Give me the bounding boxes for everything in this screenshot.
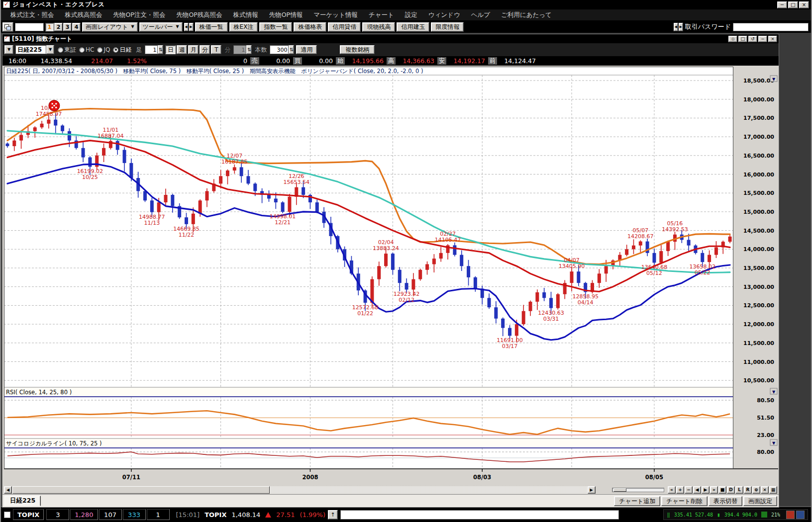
chart-nav-button-0[interactable]: « [668, 486, 676, 494]
menu-item-設定[interactable]: 設定 [400, 11, 423, 19]
tray-red-icon[interactable] [786, 511, 795, 519]
expand-up-button[interactable]: ↑ [328, 510, 338, 520]
chart-nav-button-11[interactable]: × [761, 486, 769, 494]
chart-nav-button-5[interactable]: » [710, 486, 718, 494]
close-button[interactable]: × [768, 36, 777, 42]
chart-nav-button-3[interactable]: ◀ [693, 486, 701, 494]
minute-stepper[interactable]: 1 ⇅ [233, 45, 252, 54]
tray-green-icon[interactable] [761, 512, 767, 518]
refresh-button[interactable]: ↺ [748, 36, 757, 42]
layout-preset-3[interactable]: 3 [63, 23, 72, 31]
market-radio-JQ[interactable]: JQ [97, 46, 110, 53]
toolbar-button-信用貸借[interactable]: 信用貸借 [328, 22, 361, 32]
spinner-arrows-icon[interactable]: ⇅ [289, 45, 294, 54]
menu-item-ウィンドウ[interactable]: ウィンドウ [423, 11, 466, 19]
symbol-search-input[interactable] [15, 23, 44, 31]
maximize-button[interactable]: □ [788, 1, 798, 8]
collapse-left-icon[interactable]: ◀ [184, 23, 189, 31]
market-radio-日経[interactable]: 日経 [113, 46, 131, 54]
footer-button-チャート削除[interactable]: チャート削除 [661, 496, 708, 506]
period-button-T[interactable]: T [211, 45, 221, 54]
chart-nav-button-7[interactable]: D [727, 486, 735, 494]
period-button-週[interactable]: 週 [177, 45, 187, 54]
market-radio-東証[interactable]: 東証 [58, 46, 76, 54]
toolbar-button-指数一覧[interactable]: 指数一覧 [259, 22, 292, 32]
menu-item-ヘルプ[interactable]: ヘルプ [466, 11, 496, 19]
period-button-日[interactable]: 日 [165, 45, 176, 54]
menu-bar: 株式注文・照会株式残高照会先物OP注文・照会先物OP残高照会株式情報先物OP情報… [1, 9, 811, 21]
symbol-history-dropdown[interactable]: ▼ [4, 45, 13, 54]
chart-nav-button-8[interactable]: L [735, 486, 743, 494]
chart-footer-buttons: チャート追加チャート削除表示切替画面設定 [613, 496, 777, 506]
footer-button-表示切替[interactable]: 表示切替 [709, 496, 742, 506]
period-button-月[interactable]: 月 [188, 45, 199, 54]
collapse-right-icon[interactable]: ▶ [679, 23, 683, 31]
price-chart[interactable]: 18,500.0018,000.0017,500.0017,000.0016,5… [4, 67, 778, 484]
status-checkbox[interactable] [4, 512, 10, 518]
chart-nav-button-12[interactable]: ▦ [769, 486, 777, 494]
menu-item-先物OP注文・照会[interactable]: 先物OP注文・照会 [108, 11, 171, 19]
hscroll-thumb[interactable] [12, 486, 270, 494]
scroll-right-icon[interactable]: ▶ [588, 486, 596, 494]
menu-item-マーケット情報[interactable]: マーケット情報 [308, 11, 363, 19]
svg-text:12,500.00: 12,500.00 [743, 302, 774, 309]
password-area: ◀ ▶ 取引パスワード [674, 22, 810, 31]
quote-index-value: 1,408.14 [231, 511, 260, 519]
market-radio-HC[interactable]: HC [79, 46, 94, 53]
menu-item-株式残高照会[interactable]: 株式残高照会 [60, 11, 108, 19]
close-button[interactable]: × [799, 1, 809, 8]
footer-button-画面設定[interactable]: 画面設定 [743, 496, 777, 506]
toolbar-button-現物残高[interactable]: 現物残高 [362, 22, 395, 32]
trade-password-input[interactable] [733, 23, 809, 31]
chart-nav-button-6[interactable]: ■ [718, 486, 726, 494]
chart-nav-button-9[interactable]: R [744, 486, 752, 494]
bar-interval-stepper[interactable]: 1 ⇅ [145, 45, 163, 54]
spinner-arrows-icon[interactable]: ⇅ [158, 45, 163, 54]
low-label: 安 [437, 57, 446, 65]
toolbar-button-株価格表[interactable]: 株価格表 [294, 22, 326, 32]
menu-item-チャート[interactable]: チャート [363, 11, 400, 19]
layout-button[interactable]: □ [738, 36, 747, 42]
chart-nav-button-4[interactable]: ▶ [702, 486, 710, 494]
chart-nav-button-2[interactable]: − [685, 486, 693, 494]
toolbar-button-限度情報[interactable]: 限度情報 [431, 22, 464, 32]
status-input[interactable] [340, 510, 619, 520]
multi-symbol-button[interactable]: 複数銘柄 [340, 45, 375, 54]
layout-preset-4[interactable]: 4 [72, 23, 81, 31]
windows-icon-button[interactable] [2, 22, 13, 32]
status-index-name[interactable]: TOPIX [13, 509, 44, 520]
window-icon [6, 26, 11, 30]
symbol-combo[interactable]: 日経225 ▼ [15, 45, 54, 54]
tab-nikkei225[interactable]: 日経225 [4, 496, 41, 506]
chevron-down-icon[interactable]: ▼ [46, 45, 54, 54]
period-button-分[interactable]: 分 [200, 45, 210, 54]
layout-preset-2[interactable]: 2 [54, 23, 63, 31]
chart-nav-button-10[interactable]: ⊕ [752, 486, 760, 494]
screen-layout-dropdown[interactable]: 画面レイアウト▼ [82, 22, 138, 32]
minimize-button[interactable]: − [777, 1, 787, 8]
chart-nav-button-1[interactable]: + [676, 486, 684, 494]
footer-button-チャート追加[interactable]: チャート追加 [614, 496, 660, 506]
apply-button[interactable]: 適用 [296, 45, 317, 54]
menu-item-先物OP情報[interactable]: 先物OP情報 [264, 11, 308, 19]
minimize-button[interactable]: − [758, 36, 767, 42]
bar-count-stepper[interactable]: 300 ⇅ [270, 45, 294, 54]
menu-item-ご利用にあたって[interactable]: ご利用にあたって [496, 11, 557, 19]
layout-preset-1[interactable]: 1 [45, 23, 54, 31]
collapse-left-icon[interactable]: ◀ [674, 23, 678, 31]
toolbar-button-信用建玉[interactable]: 信用建玉 [397, 22, 429, 32]
scroll-left-icon[interactable]: ◀ [4, 486, 12, 494]
hscroll-track[interactable] [270, 486, 587, 494]
restore-button[interactable]: ▫ [728, 36, 737, 42]
zoom-slider[interactable] [612, 488, 664, 492]
tray-blue-icon[interactable] [796, 511, 805, 519]
menu-item-先物OP残高照会[interactable]: 先物OP残高照会 [171, 11, 227, 19]
collapse-right-icon[interactable]: ▶ [189, 23, 194, 31]
toolbar-dropdown[interactable]: ツールバー▼ [139, 22, 183, 32]
spinner-arrows-icon[interactable]: ⇅ [246, 45, 252, 54]
menu-item-株式注文・照会[interactable]: 株式注文・照会 [5, 11, 60, 19]
zoom-slider-thumb[interactable] [613, 488, 626, 492]
toolbar-button-株価一覧[interactable]: 株価一覧 [195, 22, 228, 32]
menu-item-株式情報[interactable]: 株式情報 [228, 11, 264, 19]
toolbar-button-株EX注[interactable]: 株EX注 [229, 22, 258, 32]
